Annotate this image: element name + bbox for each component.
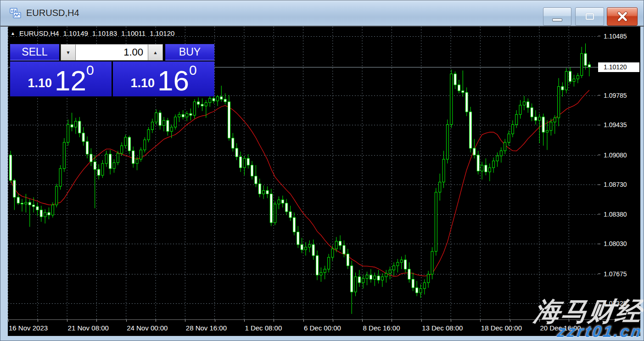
time-axis-tick xyxy=(451,320,451,322)
price-axis-tick xyxy=(598,214,600,214)
price-axis-label: 1.08730 xyxy=(604,181,627,188)
ohlc-header: ▲ EURUSD,H4 1.10149 1.10183 1.10011 1.10… xyxy=(11,29,174,37)
price-axis-tick xyxy=(598,36,600,36)
volume-input[interactable] xyxy=(76,44,148,61)
time-axis-tick xyxy=(96,320,97,322)
close-button[interactable] xyxy=(607,7,638,26)
price-axis-label: 1.09080 xyxy=(604,151,627,159)
price-axis-label: 1.07325 xyxy=(604,300,627,307)
time-axis-label: 6 Dec 00:00 xyxy=(304,324,341,332)
price-axis-label: 1.10485 xyxy=(604,33,627,40)
price-axis-label: 1.08030 xyxy=(604,240,627,247)
price-axis-tick xyxy=(598,155,600,155)
caret-up-icon: ▲ xyxy=(153,50,158,55)
maximize-icon xyxy=(586,13,594,20)
time-axis-tick xyxy=(126,320,127,322)
time-axis-label: 20 Dec 16:00 xyxy=(540,324,581,332)
ohlc-symbol: EURUSD,H4 xyxy=(19,29,59,37)
time-axis-tick xyxy=(480,320,481,322)
price-axis-tick xyxy=(598,184,600,185)
price-axis-label: 1.07675 xyxy=(604,270,627,278)
titlebar[interactable]: EURUSD,H4 xyxy=(0,0,644,26)
time-axis-tick xyxy=(38,320,38,322)
time-axis-tick xyxy=(8,320,9,322)
window-title: EURUSD,H4 xyxy=(26,0,79,26)
price-axis-label: 1.09785 xyxy=(604,92,627,99)
buy-price-big: 16 xyxy=(157,68,189,94)
one-click-trading-panel: SELL ▼ ▲ BUY 1.10 12 0 xyxy=(10,44,214,96)
price-axis-tick xyxy=(598,274,600,274)
chart-window-icon xyxy=(10,8,22,19)
sell-price-sup: 0 xyxy=(86,62,94,78)
chart-client-area: ▲ EURUSD,H4 1.10149 1.10183 1.10011 1.10… xyxy=(8,27,640,336)
chart-plot-area[interactable]: ▲ EURUSD,H4 1.10149 1.10183 1.10011 1.10… xyxy=(8,27,598,319)
sell-price-big: 12 xyxy=(55,68,86,94)
price-axis-label: 1.08380 xyxy=(604,211,627,218)
time-axis-tick xyxy=(539,320,540,322)
moving-average xyxy=(11,90,589,277)
price-axis-label: 1.09435 xyxy=(604,121,627,129)
ohlc-close: 1.10120 xyxy=(150,29,174,37)
price-axis-tick xyxy=(598,95,600,95)
caret-down-icon: ▼ xyxy=(66,50,71,55)
price-axis-tick xyxy=(598,244,600,244)
time-axis-tick xyxy=(185,320,185,322)
collapse-panel-arrow-icon[interactable]: ▲ xyxy=(11,31,15,36)
time-axis-label: 13 Dec 08:00 xyxy=(422,324,463,332)
time-axis-tick xyxy=(215,320,215,322)
time-axis-tick xyxy=(362,320,363,322)
time-axis-label: 24 Nov 00:00 xyxy=(127,324,168,332)
time-axis-tick xyxy=(274,320,274,322)
time-axis-label: 18 Dec 00:00 xyxy=(481,324,522,332)
time-axis-tick xyxy=(569,320,569,322)
maximize-button[interactable] xyxy=(575,7,604,26)
time-axis-tick xyxy=(303,320,304,322)
time-axis-label: 16 Nov 2023 xyxy=(9,324,48,332)
current-price-tag: 1.10120 xyxy=(598,62,639,72)
time-axis-label: 21 Nov 08:00 xyxy=(68,324,109,332)
time-axis-tick xyxy=(67,320,67,322)
close-icon xyxy=(616,11,628,22)
price-axis-tick xyxy=(598,125,600,125)
time-axis-tick xyxy=(421,320,422,322)
buy-price-base: 1.10 xyxy=(130,76,155,90)
sell-button[interactable]: SELL xyxy=(10,44,59,61)
buy-button[interactable]: BUY xyxy=(165,44,214,61)
sell-price-base: 1.10 xyxy=(28,76,52,90)
time-axis-label: 8 Dec 16:00 xyxy=(363,324,400,332)
volume-decrease-button[interactable]: ▼ xyxy=(61,44,76,61)
volume-increase-button[interactable]: ▲ xyxy=(148,44,163,61)
ohlc-high: 1.10183 xyxy=(92,29,117,37)
minimize-icon xyxy=(552,18,562,22)
time-axis-label: 28 Nov 16:00 xyxy=(186,324,227,332)
price-axis-tick xyxy=(598,303,600,304)
minimize-button[interactable] xyxy=(543,7,571,26)
time-axis-tick xyxy=(244,320,245,322)
time-axis-tick xyxy=(156,320,156,322)
time-axis-tick xyxy=(333,320,333,322)
time-axis[interactable]: 16 Nov 202321 Nov 08:0024 Nov 00:0028 No… xyxy=(8,319,640,336)
time-axis-tick xyxy=(392,320,392,322)
ohlc-open: 1.10149 xyxy=(63,29,88,37)
panel-gap xyxy=(163,44,164,61)
price-axis[interactable]: 1.104851.097851.094351.090801.087301.083… xyxy=(598,27,640,319)
chart-window: EURUSD,H4 ▲ EURUSD,H4 1.10149 1.10183 1.… xyxy=(0,0,644,341)
buy-price-sup: 0 xyxy=(189,62,197,78)
time-axis-label: 1 Dec 08:00 xyxy=(245,324,282,332)
sell-quote-panel[interactable]: 1.10 12 0 xyxy=(10,61,112,96)
time-axis-tick xyxy=(510,320,510,322)
buy-quote-panel[interactable]: 1.10 16 0 xyxy=(113,61,214,96)
ohlc-low: 1.10011 xyxy=(121,29,146,37)
